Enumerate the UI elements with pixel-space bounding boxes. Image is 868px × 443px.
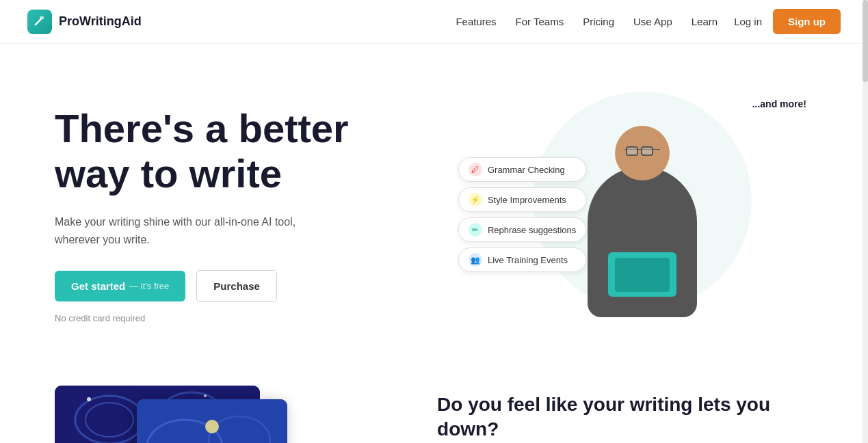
hero-right: 🖊 Grammar Checking ⚡ Style Improvements … <box>472 85 813 345</box>
scrollbar-thumb[interactable] <box>863 0 868 82</box>
signup-button[interactable]: Sign up <box>773 9 841 34</box>
hero-subtitle: Make your writing shine with our all-in-… <box>55 213 342 248</box>
logo-area[interactable]: ProWritingAid <box>27 10 142 34</box>
nav-pricing[interactable]: Pricing <box>583 16 614 27</box>
svg-point-8 <box>204 394 207 397</box>
nav-links: Features For Teams Pricing Use App Learn <box>456 16 718 28</box>
nav-for-teams[interactable]: For Teams <box>516 16 564 27</box>
chip-rephrase: ✏ Rephrase suggestions <box>458 217 586 242</box>
hero-title: There's a better way to write <box>55 106 472 197</box>
style-icon: ⚡ <box>469 193 482 206</box>
hero-buttons: Get started — it's free Purchase <box>55 270 472 302</box>
get-started-label: Get started <box>71 280 125 292</box>
hero-section: There's a better way to write Make your … <box>0 44 868 372</box>
chip-style: ⚡ Style Improvements <box>458 187 586 212</box>
chip-training-label: Live Training Events <box>488 255 568 265</box>
lower-right: Do you feel like your writing lets you d… <box>437 386 813 443</box>
purchase-button[interactable]: Purchase <box>196 270 277 302</box>
hero-left: There's a better way to write Make your … <box>55 106 472 324</box>
chip-grammar: 🖊 Grammar Checking <box>458 157 586 182</box>
hero-title-line1: There's a better <box>55 106 349 150</box>
rephrase-icon: ✏ <box>469 223 482 237</box>
training-icon: 👥 <box>469 253 482 267</box>
get-started-suffix: — it's free <box>129 281 169 291</box>
svg-rect-1 <box>40 16 44 19</box>
chip-style-label: Style Improvements <box>488 195 566 205</box>
nav-features[interactable]: Features <box>456 16 496 27</box>
person-head <box>615 126 670 180</box>
nav-learn[interactable]: Learn <box>692 16 718 27</box>
svg-point-7 <box>87 397 91 401</box>
section-title: Do you feel like your writing lets you d… <box>437 392 813 442</box>
login-link[interactable]: Log in <box>734 16 762 27</box>
no-credit-text: No credit card required <box>55 313 472 323</box>
get-started-button[interactable]: Get started — it's free <box>55 271 185 301</box>
chip-training: 👥 Live Training Events <box>458 247 586 272</box>
person-laptop <box>608 252 676 297</box>
grammar-icon: 🖊 <box>469 163 482 176</box>
writing-card <box>137 399 287 443</box>
person-illustration <box>567 126 718 345</box>
more-label: ...and more! <box>752 98 806 109</box>
person-body <box>588 167 697 317</box>
feature-chips: 🖊 Grammar Checking ⚡ Style Improvements … <box>458 157 586 272</box>
brand-name: ProWritingAid <box>59 14 142 29</box>
nav-use-app[interactable]: Use App <box>633 16 672 27</box>
navbar: ProWritingAid Features For Teams Pricing… <box>0 0 868 44</box>
lower-left: My idea in my head <box>55 386 396 443</box>
lower-section: My idea in my head Do you feel like your… <box>0 372 868 443</box>
writing-card-inner <box>137 399 287 443</box>
image-stack: My idea in my head <box>55 386 287 443</box>
chip-rephrase-label: Rephrase suggestions <box>488 225 576 235</box>
chip-grammar-label: Grammar Checking <box>488 165 565 175</box>
hero-title-line2: way to write <box>55 151 282 196</box>
scrollbar[interactable] <box>863 0 868 443</box>
svg-point-17 <box>205 420 219 433</box>
logo-icon <box>27 10 52 34</box>
